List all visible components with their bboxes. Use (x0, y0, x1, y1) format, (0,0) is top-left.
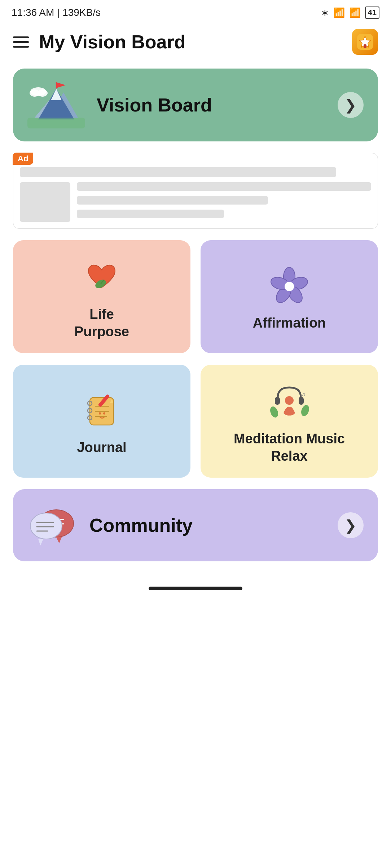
hamburger-line-3 (13, 46, 29, 48)
mountain-illustration (27, 82, 85, 128)
wifi-icon: 📶 (349, 7, 361, 18)
main-content: Vision Board ❯ Ad (0, 61, 391, 576)
meditation-label: Meditation MusicRelax (234, 430, 345, 465)
hamburger-line-2 (13, 41, 29, 43)
star-badge[interactable] (352, 29, 378, 55)
svg-marker-11 (56, 82, 66, 88)
vision-board-arrow-icon: ❯ (344, 97, 357, 113)
svg-rect-12 (27, 118, 85, 128)
svg-rect-2 (364, 44, 366, 48)
journal-card[interactable]: Journal (13, 365, 190, 478)
ad-banner: Ad (13, 153, 378, 229)
hamburger-line-1 (13, 36, 29, 38)
battery-indicator: 41 (365, 6, 379, 19)
vision-board-card[interactable]: Vision Board ❯ (13, 69, 378, 141)
star-icon (357, 34, 373, 50)
card-grid-row-1: LifePurpose Affirmation (13, 240, 378, 353)
ad-skeleton (20, 160, 371, 222)
card-grid-row-2: Journal ♪ ♫ (13, 365, 378, 478)
svg-point-5 (38, 89, 48, 97)
svg-marker-9 (51, 89, 62, 100)
app-header: My Vision Board (0, 22, 391, 61)
journal-label: Journal (77, 439, 126, 456)
ad-skeleton-line-1 (77, 182, 371, 191)
affirmation-icon (268, 265, 311, 308)
svg-point-20 (284, 281, 294, 291)
svg-marker-43 (56, 537, 62, 543)
vision-board-left: Vision Board (27, 82, 212, 128)
signal-icon: 📶 (333, 7, 345, 18)
vision-board-arrow[interactable]: ❯ (338, 92, 364, 118)
community-card[interactable]: Community ❯ (13, 489, 378, 561)
affirmation-card[interactable]: Affirmation (201, 240, 378, 353)
ad-skeleton-row (20, 182, 371, 222)
svg-point-28 (99, 412, 101, 415)
meditation-icon: ♪ ♫ (268, 381, 311, 424)
vision-board-label: Vision Board (97, 94, 212, 116)
svg-point-37 (269, 405, 280, 419)
ad-skeleton-thumbnail (20, 182, 70, 222)
life-purpose-label: LifePurpose (74, 306, 129, 340)
status-bar: 11:36 AM | 139KB/s ∗ 📶 📶 41 (0, 0, 391, 22)
affirmation-label: Affirmation (253, 315, 326, 332)
ad-skeleton-top (20, 167, 336, 177)
community-left: Community (27, 504, 193, 547)
svg-point-29 (103, 412, 105, 415)
ad-label: Ad (13, 153, 33, 165)
community-label: Community (89, 514, 193, 536)
life-purpose-icon (80, 256, 123, 299)
status-time: 11:36 AM | 139KB/s (12, 7, 101, 18)
svg-rect-32 (275, 397, 280, 405)
community-illustration (27, 504, 78, 547)
bluetooth-icon: ∗ (321, 7, 329, 18)
community-arrow[interactable]: ❯ (338, 512, 364, 538)
svg-point-44 (30, 513, 62, 539)
ad-skeleton-line-3 (77, 210, 224, 218)
svg-text:♫: ♫ (302, 391, 306, 397)
ad-skeleton-lines (77, 182, 371, 222)
journal-icon (80, 389, 123, 433)
svg-text:♪: ♪ (298, 395, 301, 402)
life-purpose-card[interactable]: LifePurpose (13, 240, 190, 353)
bottom-nav-indicator (149, 587, 242, 590)
ad-skeleton-line-2 (77, 196, 268, 205)
svg-point-34 (285, 396, 294, 405)
svg-marker-48 (38, 539, 43, 545)
community-arrow-icon: ❯ (344, 517, 357, 534)
hamburger-menu[interactable] (13, 36, 29, 48)
status-right: ∗ 📶 📶 41 (321, 6, 379, 19)
svg-point-38 (300, 404, 311, 417)
app-title: My Vision Board (29, 31, 352, 53)
meditation-card[interactable]: ♪ ♫ Meditation MusicRelax (201, 365, 378, 478)
